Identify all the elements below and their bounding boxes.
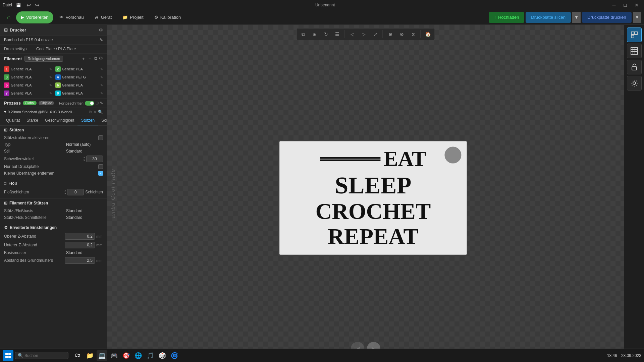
taskbar-app-explorer[interactable]: 🗂 [72, 350, 83, 361]
tool-extra3[interactable]: ⤢ [370, 29, 381, 39]
tool-rotate[interactable]: ↻ [321, 29, 331, 39]
unterer-z-input[interactable] [65, 242, 95, 248]
printer-edit-icon[interactable]: ✎ [100, 38, 103, 42]
fortgeschritten-icon2[interactable]: ✎ [100, 101, 103, 105]
slice-button[interactable]: Druckplatte slicen [526, 12, 571, 23]
reinigungsvolumen-button[interactable]: Reinigungsvolumen [24, 56, 63, 62]
close-button[interactable]: ✕ [632, 2, 641, 8]
tab-vorschau[interactable]: 👁 Vorschau [55, 11, 89, 23]
window-controls[interactable]: ─ □ ✕ [610, 2, 641, 8]
maximize-button[interactable]: □ [621, 2, 629, 8]
print-circle [444, 147, 461, 164]
schwellenwinkel-down[interactable]: ▼ [83, 159, 86, 162]
slice-dropdown[interactable]: ▼ [572, 12, 581, 23]
right-tool-orient[interactable] [627, 27, 642, 42]
tool-extra5[interactable]: ⊗ [396, 29, 407, 39]
preset-delete-icon[interactable]: ✕ [93, 110, 97, 114]
filament-edit-4[interactable]: ✎ [100, 75, 103, 79]
menu-file[interactable]: Datei [3, 3, 12, 7]
taskbar-app-browser[interactable]: 🌐 [133, 350, 144, 361]
schwellenwinkel-spinner[interactable]: ▲ ▼ [83, 156, 103, 162]
redo-button[interactable]: ↪ [34, 1, 41, 10]
home-button[interactable]: ⌂ [3, 11, 15, 23]
flossschichten-spinner[interactable]: ▲ ▼ [64, 189, 84, 195]
taskbar-app-steam[interactable]: 🎲 [157, 350, 168, 361]
filament-edit-1[interactable]: ✎ [49, 67, 52, 71]
kleine-ueberfuege-checkbox[interactable] [98, 171, 103, 176]
upload-button[interactable]: ↑ Hochladen [489, 12, 525, 23]
tab-sonstige[interactable]: Sonstige [98, 116, 107, 125]
filament-edit-3[interactable]: ✎ [49, 75, 52, 79]
aktivieren-checkbox[interactable] [98, 135, 103, 140]
basismuster-value[interactable]: Standard [66, 250, 103, 255]
filament-copy-icon[interactable]: ⧉ [94, 56, 97, 62]
tab-vorbereiten[interactable]: ▶ Vorbereiten [16, 11, 53, 23]
taskbar-app-terminal[interactable]: 💻 [97, 350, 107, 361]
tool-extra4[interactable]: ⊕ [385, 29, 396, 39]
tab-geschwindigkeit[interactable]: Geschwindigkeit [42, 116, 77, 125]
tool-layers[interactable]: ☰ [332, 29, 343, 39]
filament-edit-8[interactable]: ✎ [100, 92, 103, 95]
print-button[interactable]: Druckplatte drucken [582, 12, 632, 23]
preset-search-icon[interactable]: 🔍 [98, 110, 103, 114]
tab-stuetzen[interactable]: Stützen [77, 116, 98, 125]
print-area[interactable]: EAT SLEEP CROCHET REPEAT [279, 141, 467, 255]
fortgeschritten-icon1[interactable]: ⊞ [96, 101, 99, 105]
preset-copy-icon[interactable]: ⧉ [89, 110, 92, 114]
taskbar-search[interactable]: 🔍 [15, 352, 68, 359]
stuetz-floss-schnittstelle-value[interactable]: Standard [66, 215, 103, 220]
taskbar-app-music[interactable]: 🎵 [145, 350, 156, 361]
tool-extra6[interactable]: ⧖ [408, 29, 419, 39]
taskbar-app-game[interactable]: 🎮 [109, 350, 119, 361]
badge-global[interactable]: Global [23, 101, 37, 105]
right-tool-lock[interactable] [627, 60, 642, 74]
minimize-button[interactable]: ─ [610, 2, 619, 8]
filament-remove-icon[interactable]: － [88, 56, 92, 62]
tab-staerke[interactable]: Stärke [23, 116, 42, 125]
filament-edit-2[interactable]: ✎ [100, 67, 103, 71]
schwellenwinkel-up[interactable]: ▲ [83, 156, 86, 159]
tool-extra2[interactable]: ▷ [359, 29, 369, 39]
undo-button[interactable]: ↩ [25, 1, 32, 10]
filament-settings-icon[interactable]: ⚙ [99, 56, 103, 62]
typ-value[interactable]: Normal (auto) [66, 142, 103, 147]
filament-add-icon[interactable]: ＋ [81, 56, 86, 62]
nur-auf-druckplatte-checkbox[interactable] [98, 164, 103, 169]
tool-grid[interactable]: ⊞ [309, 29, 320, 39]
svg-rect-10 [5, 353, 8, 355]
flossschichten-down[interactable]: ▼ [64, 192, 66, 195]
start-button[interactable] [3, 350, 13, 361]
filament-edit-7[interactable]: ✎ [49, 92, 52, 95]
tab-qualitaet[interactable]: Qualität [3, 116, 23, 125]
tool-cube[interactable]: ⧉ [298, 29, 309, 39]
tool-extra7[interactable]: 🏠 [423, 29, 434, 39]
taskbar-app-bambu[interactable]: 🎯 [121, 350, 131, 361]
schwellenwinkel-input[interactable] [86, 156, 103, 162]
tab-kalibration[interactable]: ⚙ Kalibration [150, 11, 185, 23]
filament-icons[interactable]: ＋ － ⧉ ⚙ [81, 56, 103, 62]
tab-projekt[interactable]: 📁 Projekt [118, 11, 148, 23]
menu-save[interactable]: 💾 [16, 3, 21, 7]
flossschichten-input[interactable] [67, 189, 84, 195]
oberer-z-input[interactable] [65, 233, 95, 240]
stuetz-flossbasis-value[interactable]: Standard [66, 208, 103, 213]
taskbar-app-extra[interactable]: 🌀 [169, 350, 180, 361]
fortgeschritten-toggle[interactable] [85, 101, 94, 106]
search-input[interactable] [24, 353, 58, 358]
filament-edit-5[interactable]: ✎ [49, 83, 52, 87]
badge-objekte[interactable]: Objekte [39, 101, 54, 105]
flossschichten-up[interactable]: ▲ [64, 189, 66, 192]
print-dropdown[interactable]: ▼ [633, 12, 641, 23]
right-tool-gear[interactable] [627, 76, 642, 90]
menu-bar[interactable]: Datei 💾 [3, 3, 21, 7]
tab-geraet[interactable]: 🖨 Gerät [90, 11, 117, 23]
taskbar-app-files[interactable]: 📁 [85, 350, 95, 361]
canvas-area[interactable]: ⧉ ⊞ ↻ ☰ ◁ ▷ ⤢ ⊕ ⊗ ⧖ 🏠 ambu Cool Plate EA… [107, 25, 624, 362]
abstand-input[interactable] [65, 257, 95, 264]
tool-extra1[interactable]: ◁ [347, 29, 358, 39]
filament-edit-6[interactable]: ✎ [100, 83, 103, 87]
preset-dropdown-icon[interactable]: ▾ [4, 109, 6, 114]
stil-value[interactable]: Standard [66, 149, 103, 154]
right-tool-arrange[interactable] [627, 44, 642, 58]
drucker-settings-icon[interactable]: ⚙ [99, 27, 103, 33]
